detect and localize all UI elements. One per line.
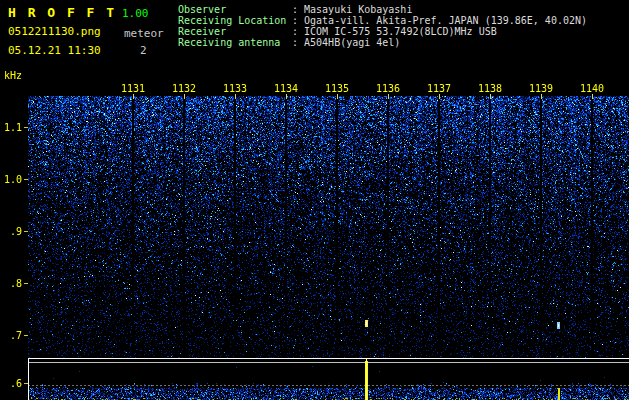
info-label: Receiving Location [178,15,292,26]
info-row: Receiving Location: Ogata-vill. Akita-Pr… [178,15,587,26]
info-row: Observer: Masayuki Kobayashi [178,4,587,15]
echo-count: 2 [140,44,147,57]
info-value: : Ogata-vill. Akita-Pref. JAPAN (139.86E… [292,15,587,26]
station-info: Observer: Masayuki KobayashiReceiving Lo… [178,4,587,48]
freq-label: 1.1 [0,122,22,133]
info-row: Receiving antenna: A504HB(yagi 4el) [178,37,587,48]
freq-label: .9 [0,226,22,237]
freq-label: .7 [0,330,22,341]
app-title: H R O F F T [8,5,116,20]
hrofft-window: H R O F F T 1.00 0512211130.png meteor 0… [0,0,629,400]
info-value: : A504HB(yagi 4el) [292,37,400,48]
mode-label: meteor [124,27,164,40]
freq-axis-unit: kHz [4,70,22,81]
freq-label: 1.0 [0,174,22,185]
app-version: 1.00 [122,7,149,20]
freq-label: .8 [0,278,22,289]
info-value: : ICOM IC-575 53.7492(8LCD)MHz USB [292,26,497,37]
info-label: Observer [178,4,292,15]
level-strip-canvas [28,358,629,400]
info-row: Receiver: ICOM IC-575 53.7492(8LCD)MHz U… [178,26,587,37]
freq-label: .6 [0,378,22,389]
output-filename: 0512211130.png [8,25,101,38]
datetime-label: 05.12.21 11:30 [8,44,101,57]
spectrogram-canvas [28,84,629,358]
info-label: Receiver [178,26,292,37]
info-value: : Masayuki Kobayashi [292,4,412,15]
info-label: Receiving antenna [178,37,292,48]
